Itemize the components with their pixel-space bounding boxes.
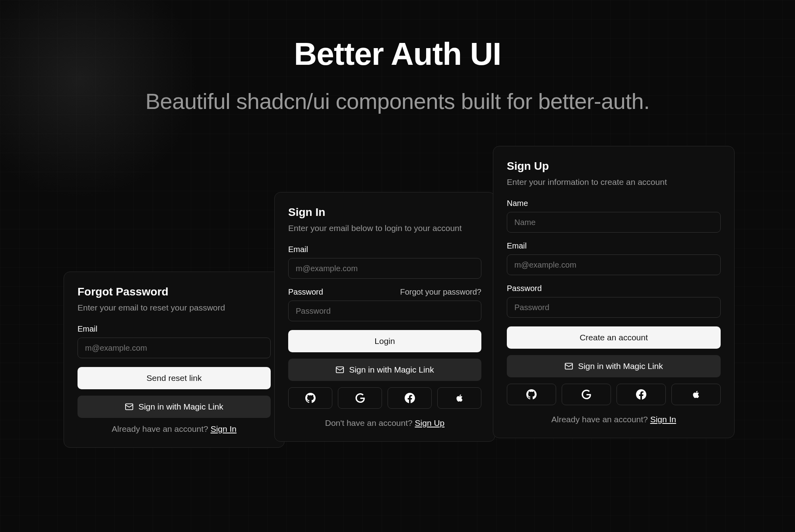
- social-buttons-row: [507, 384, 721, 405]
- sign-up-card: Sign Up Enter your information to create…: [493, 146, 735, 438]
- email-field[interactable]: [78, 338, 271, 358]
- google-button[interactable]: [562, 384, 611, 405]
- sign-in-link[interactable]: Sign In: [211, 424, 237, 433]
- envelope-icon: [125, 402, 134, 411]
- facebook-button[interactable]: [617, 384, 666, 405]
- card-title: Forgot Password: [78, 285, 271, 298]
- envelope-icon: [564, 362, 573, 371]
- password-field[interactable]: [288, 301, 481, 321]
- button-label: Create an account: [580, 333, 648, 342]
- google-button[interactable]: [338, 387, 382, 409]
- create-account-button[interactable]: Create an account: [507, 326, 721, 349]
- github-button[interactable]: [507, 384, 556, 405]
- password-label: Password: [507, 284, 542, 293]
- apple-button[interactable]: [437, 387, 481, 409]
- page-subtitle: Beautiful shadcn/ui components built for…: [0, 88, 795, 114]
- sign-in-link[interactable]: Sign In: [650, 415, 676, 424]
- login-button[interactable]: Login: [288, 330, 481, 352]
- card-subtitle: Enter your email below to login to your …: [288, 223, 481, 233]
- email-label: Email: [78, 324, 97, 334]
- social-buttons-row: [288, 387, 481, 409]
- footer-text: Already have an account? Sign In: [507, 415, 721, 424]
- github-button[interactable]: [288, 387, 332, 409]
- sign-up-link[interactable]: Sign Up: [415, 418, 445, 427]
- facebook-button[interactable]: [388, 387, 432, 409]
- page-title: Better Auth UI: [0, 36, 795, 72]
- github-icon: [305, 393, 316, 403]
- envelope-icon: [335, 365, 344, 374]
- email-label: Email: [288, 245, 308, 254]
- footer-text: Don't have an account? Sign Up: [288, 418, 481, 428]
- email-label: Email: [507, 241, 527, 250]
- forgot-password-card: Forgot Password Enter your email to rese…: [64, 272, 285, 448]
- button-label: Sign in with Magic Link: [138, 402, 223, 412]
- button-label: Login: [374, 336, 395, 346]
- magic-link-button[interactable]: Sign in with Magic Link: [507, 355, 721, 377]
- google-icon: [582, 390, 591, 399]
- github-icon: [526, 389, 537, 400]
- email-field[interactable]: [288, 258, 481, 279]
- button-label: Sign in with Magic Link: [349, 365, 434, 375]
- name-label: Name: [507, 199, 528, 208]
- card-subtitle: Enter your email to reset your password: [78, 303, 271, 313]
- card-title: Sign In: [288, 206, 481, 219]
- google-icon: [355, 393, 365, 403]
- sign-in-card: Sign In Enter your email below to login …: [274, 192, 495, 442]
- password-field[interactable]: [507, 297, 721, 318]
- header: Better Auth UI Beautiful shadcn/ui compo…: [0, 0, 795, 114]
- button-label: Sign in with Magic Link: [578, 361, 663, 371]
- facebook-icon: [636, 389, 646, 400]
- apple-icon: [691, 390, 701, 399]
- send-reset-link-button[interactable]: Send reset link: [78, 367, 271, 389]
- facebook-icon: [405, 393, 415, 403]
- name-field[interactable]: [507, 212, 721, 233]
- apple-icon: [455, 393, 464, 403]
- card-subtitle: Enter your information to create an acco…: [507, 177, 721, 187]
- footer-text: Already have an account? Sign In: [78, 424, 271, 434]
- button-label: Send reset link: [147, 373, 202, 383]
- magic-link-button[interactable]: Sign in with Magic Link: [78, 396, 271, 418]
- apple-button[interactable]: [671, 384, 721, 405]
- card-title: Sign Up: [507, 160, 721, 173]
- forgot-password-link[interactable]: Forgot your password?: [400, 287, 481, 297]
- email-field[interactable]: [507, 254, 721, 275]
- magic-link-button[interactable]: Sign in with Magic Link: [288, 359, 481, 381]
- password-label: Password: [288, 287, 323, 297]
